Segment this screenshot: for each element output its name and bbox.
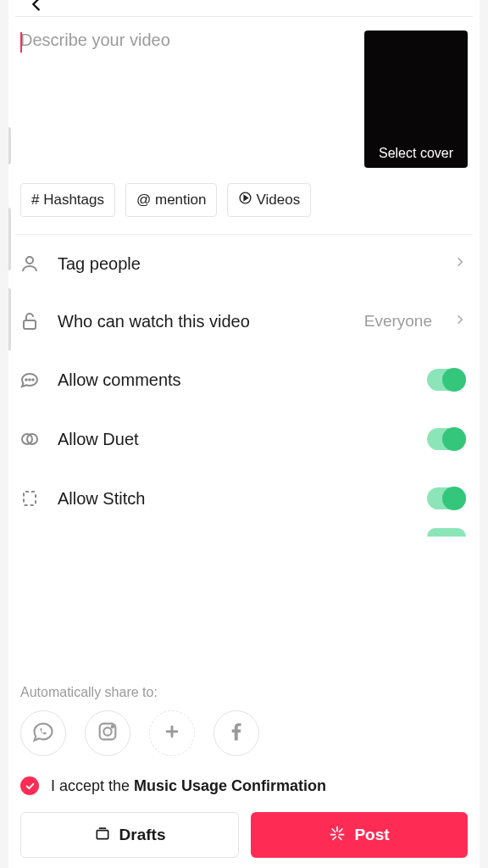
who-watch-label: Who can watch this video bbox=[58, 312, 347, 331]
facebook-share-button[interactable] bbox=[214, 710, 259, 756]
allow-comments-label: Allow comments bbox=[58, 370, 410, 390]
drafts-label: Drafts bbox=[119, 826, 166, 844]
instagram-icon bbox=[96, 720, 119, 747]
allow-comments-row: Allow comments bbox=[15, 350, 473, 409]
svg-marker-1 bbox=[245, 196, 248, 201]
allow-duet-row: Allow Duet bbox=[15, 409, 473, 469]
mention-chip[interactable]: @ mention bbox=[125, 183, 217, 217]
whatsapp-share-button[interactable] bbox=[20, 710, 66, 756]
add-share-button[interactable] bbox=[149, 710, 195, 756]
button-row: Drafts Post bbox=[15, 807, 473, 868]
allow-duet-toggle[interactable] bbox=[427, 428, 466, 450]
post-button[interactable]: Post bbox=[251, 812, 468, 858]
partial-row bbox=[15, 528, 473, 537]
compose-area: Select cover bbox=[15, 17, 473, 168]
tag-people-label: Tag people bbox=[58, 254, 432, 274]
accept-bold: Music Usage Confirmation bbox=[134, 777, 326, 794]
svg-rect-9 bbox=[24, 492, 36, 505]
videos-chip[interactable]: Videos bbox=[227, 183, 311, 217]
back-button[interactable] bbox=[27, 0, 46, 17]
svg-point-4 bbox=[25, 379, 27, 381]
allow-duet-label: Allow Duet bbox=[58, 430, 410, 449]
text-cursor bbox=[20, 32, 22, 53]
share-label: Automatically share to: bbox=[20, 685, 468, 700]
accept-prefix: I accept the bbox=[51, 777, 134, 794]
who-watch-value: Everyone bbox=[364, 312, 432, 331]
partial-toggle[interactable] bbox=[427, 528, 466, 537]
drafts-icon bbox=[94, 825, 111, 846]
allow-stitch-label: Allow Stitch bbox=[58, 489, 410, 509]
svg-rect-15 bbox=[97, 830, 108, 838]
play-icon bbox=[238, 191, 252, 209]
svg-point-2 bbox=[26, 257, 33, 264]
chevron-right-icon bbox=[454, 256, 466, 271]
lock-open-icon bbox=[19, 311, 41, 331]
allow-stitch-toggle[interactable] bbox=[427, 487, 466, 509]
hashtags-chip[interactable]: # Hashtags bbox=[20, 183, 115, 217]
svg-point-6 bbox=[32, 379, 34, 381]
svg-point-11 bbox=[103, 727, 111, 735]
sparkle-icon bbox=[329, 825, 346, 846]
share-section: Automatically share to: bbox=[15, 680, 473, 756]
post-label: Post bbox=[354, 826, 389, 844]
chevron-right-icon bbox=[454, 314, 466, 329]
comment-icon bbox=[19, 370, 41, 390]
accept-text: I accept the Music Usage Confirmation bbox=[51, 777, 326, 795]
select-cover-button[interactable]: Select cover bbox=[364, 31, 468, 168]
page-title: Post bbox=[224, 0, 264, 5]
header: Post bbox=[15, 0, 473, 17]
svg-point-5 bbox=[29, 379, 30, 381]
cover-label: Select cover bbox=[379, 146, 453, 161]
stitch-icon bbox=[19, 488, 41, 509]
facebook-icon bbox=[225, 720, 248, 747]
description-input[interactable] bbox=[20, 31, 351, 158]
videos-label: Videos bbox=[256, 192, 300, 209]
plus-icon bbox=[160, 720, 184, 747]
duet-icon bbox=[19, 429, 41, 449]
tag-people-row[interactable]: Tag people bbox=[15, 235, 473, 292]
svg-rect-3 bbox=[24, 320, 36, 329]
whatsapp-icon bbox=[31, 720, 55, 747]
svg-point-12 bbox=[112, 726, 114, 727]
drafts-button[interactable]: Drafts bbox=[20, 812, 239, 858]
svg-line-22 bbox=[333, 837, 336, 839]
chip-row: # Hashtags @ mention Videos bbox=[15, 168, 473, 235]
who-can-watch-row[interactable]: Who can watch this video Everyone bbox=[15, 292, 473, 350]
svg-line-18 bbox=[333, 829, 336, 832]
checkmark-icon bbox=[20, 776, 39, 795]
settings-list: Tag people Who can watch this video Ever… bbox=[15, 235, 473, 680]
person-icon bbox=[19, 253, 41, 274]
accept-row[interactable]: I accept the Music Usage Confirmation bbox=[15, 756, 473, 807]
allow-stitch-row: Allow Stitch bbox=[15, 469, 473, 528]
svg-line-19 bbox=[340, 829, 342, 832]
allow-comments-toggle[interactable] bbox=[427, 369, 466, 391]
svg-line-23 bbox=[339, 837, 341, 839]
mention-label: @ mention bbox=[136, 192, 206, 209]
instagram-share-button[interactable] bbox=[85, 710, 130, 756]
hashtag-label: # Hashtags bbox=[31, 192, 104, 209]
